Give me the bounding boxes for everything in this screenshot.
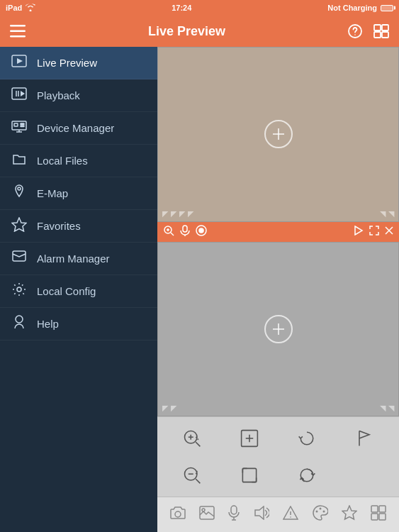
warning-nav-btn[interactable] (279, 501, 303, 528)
battery-icon (381, 5, 393, 11)
svg-marker-10 (17, 58, 23, 64)
camera-cell-top[interactable]: ◤ ◤ ◤ ◤ ◥ ◥ (157, 47, 399, 222)
device-name-label: iPad (6, 4, 22, 12)
sidebar-item-favorites[interactable]: Favorites (0, 210, 157, 243)
camera-corner-right-bottom: ◥ ◥ (380, 404, 394, 413)
svg-marker-64 (255, 506, 264, 519)
status-bar: iPad 17:24 Not Charging (0, 0, 399, 16)
svg-marker-71 (342, 506, 356, 519)
rotate-button[interactable] (281, 423, 333, 454)
add-camera-top-button[interactable] (264, 120, 293, 148)
zoom-icon-btn[interactable] (163, 225, 174, 238)
zoom-out-button[interactable] (166, 460, 218, 491)
layout-button[interactable] (371, 21, 392, 41)
svg-point-35 (199, 228, 203, 233)
svg-point-25 (16, 316, 23, 323)
svg-rect-7 (374, 32, 381, 38)
svg-marker-36 (355, 226, 362, 235)
crop-button[interactable] (223, 460, 275, 491)
svg-rect-1 (10, 31, 26, 33)
palette-nav-btn[interactable] (308, 501, 332, 528)
sidebar-item-local-files[interactable]: Local Files (0, 145, 157, 177)
favorites-icon (11, 217, 27, 235)
sidebar-label-favorites: Favorites (37, 220, 81, 232)
corner-icon-4: ◤ (188, 209, 193, 218)
star-nav-btn[interactable] (337, 501, 361, 528)
speaker-nav-btn[interactable] (249, 501, 274, 528)
svg-point-58 (175, 511, 181, 517)
corner-icon-r2: ◥ (388, 209, 394, 218)
close-btn[interactable] (385, 226, 393, 237)
status-left: iPad (6, 4, 35, 13)
svg-rect-20 (21, 126, 24, 127)
sidebar-item-device-manager[interactable]: Device Manager (0, 112, 157, 145)
svg-rect-32 (183, 226, 187, 232)
sidebar-item-local-config[interactable]: Local Config (0, 275, 157, 308)
mic-nav-btn[interactable] (224, 501, 244, 528)
svg-rect-2 (10, 35, 26, 38)
zoom-in-button[interactable] (166, 423, 218, 454)
sidebar-label-alarm-manager: Alarm Manager (37, 253, 110, 265)
fullscreen-btn[interactable] (369, 226, 379, 238)
sidebar-item-e-map[interactable]: E-Map (0, 177, 157, 210)
corner-icon-r1: ◥ (380, 209, 386, 218)
sidebar-label-local-config: Local Config (37, 285, 96, 297)
sidebar-label-e-map: E-Map (37, 187, 68, 199)
alarm-manager-icon (11, 250, 27, 267)
gallery-nav-btn[interactable] (195, 501, 219, 528)
svg-point-70 (322, 511, 325, 513)
svg-line-29 (171, 233, 174, 235)
svg-point-21 (18, 187, 21, 190)
grid-nav-btn[interactable] (366, 501, 390, 528)
empty-button (339, 460, 390, 491)
svg-line-44 (196, 442, 200, 446)
br-icon-1: ◥ (380, 404, 386, 413)
content-area: ◤ ◤ ◤ ◤ ◥ ◥ (157, 47, 399, 532)
camera-nav-btn[interactable] (166, 501, 190, 528)
camera-corner-right-top: ◥ ◥ (380, 209, 394, 218)
mic-icon-btn[interactable] (180, 225, 190, 238)
sidebar: Live Preview Playback (0, 47, 157, 532)
corner-icon-3: ◤ (179, 209, 185, 218)
sidebar-label-device-manager: Device Manager (37, 122, 114, 134)
add-frame-button[interactable] (223, 423, 275, 454)
wifi-icon (26, 4, 35, 13)
play-btn[interactable] (354, 226, 364, 238)
menu-button[interactable] (7, 22, 28, 40)
middle-bar-right (354, 226, 393, 238)
svg-line-51 (196, 479, 200, 483)
corner-icon-1: ◤ (162, 209, 168, 218)
svg-rect-74 (371, 514, 378, 520)
svg-rect-73 (379, 506, 386, 512)
svg-marker-14 (21, 91, 25, 96)
sidebar-label-help: Help (37, 318, 59, 330)
bl-icon-1: ◤ (162, 404, 168, 413)
flag-button[interactable] (339, 423, 390, 454)
svg-rect-23 (13, 251, 26, 261)
record-icon-btn[interactable] (196, 225, 207, 238)
bottom-toolbar (157, 416, 399, 497)
svg-point-24 (17, 287, 21, 292)
middle-control-bar (157, 222, 399, 242)
svg-rect-72 (371, 506, 378, 512)
live-preview-icon (11, 55, 27, 71)
svg-rect-18 (14, 123, 18, 126)
camera-cell-bottom[interactable]: ◤ ◤ ◥ ◥ (157, 242, 399, 417)
svg-rect-75 (379, 514, 386, 520)
sidebar-item-playback[interactable]: Playback (0, 79, 157, 112)
sidebar-item-live-preview[interactable]: Live Preview (0, 47, 157, 79)
e-map-icon (11, 184, 27, 202)
sidebar-label-live-preview: Live Preview (37, 57, 97, 69)
add-camera-bottom-button[interactable] (264, 315, 293, 343)
svg-rect-19 (21, 123, 24, 125)
help-button[interactable] (345, 21, 365, 41)
br-icon-2: ◥ (388, 404, 394, 413)
top-header: Live Preview (0, 16, 399, 47)
sidebar-item-help[interactable]: Help (0, 308, 157, 340)
sidebar-item-alarm-manager[interactable]: Alarm Manager (0, 243, 157, 275)
camera-rotate-button[interactable] (281, 460, 333, 491)
corner-icon-2: ◤ (171, 209, 176, 218)
sidebar-label-playback: Playback (37, 89, 80, 101)
svg-rect-8 (382, 32, 388, 38)
device-manager-icon (11, 120, 27, 136)
